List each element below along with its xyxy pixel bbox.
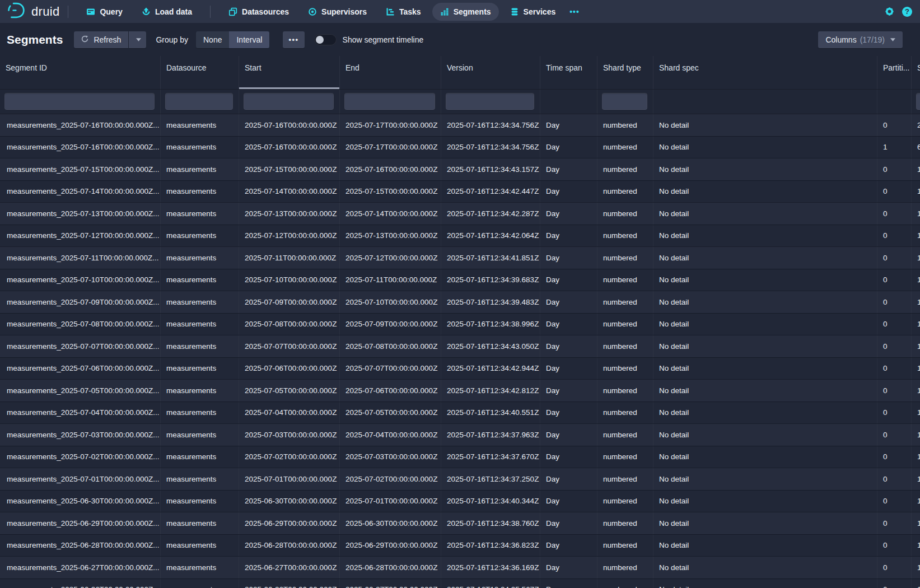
cell-partition[interactable]: 0 (877, 579, 912, 588)
cell-time-span[interactable]: Day (540, 579, 597, 588)
segment-timeline-toggle[interactable] (314, 34, 337, 45)
cell-segment-id[interactable]: measurements_2025-07-16T00:00:00.000Z... (0, 114, 161, 136)
column-header-time-span[interactable]: Time span (540, 56, 597, 89)
cell-shard-type[interactable]: numbered (597, 535, 653, 557)
cell-partition[interactable]: 0 (877, 247, 912, 269)
cell-shard-type[interactable]: numbered (597, 181, 653, 203)
cell-version[interactable]: 2025-07-16T12:34:43.050Z (441, 335, 540, 357)
cell-shard-type[interactable]: numbered (597, 380, 653, 402)
cell-version[interactable]: 2025-07-16T12:34:36.823Z (441, 535, 540, 557)
cell-size[interactable]: 1 (912, 424, 920, 446)
cell-size[interactable]: 6 (912, 137, 920, 158)
cell-version[interactable]: 2025-07-16T12:34:39.483Z (441, 291, 540, 313)
cell-shard-spec[interactable]: No detail (653, 468, 877, 490)
cell-segment-id[interactable]: measurements_2025-07-09T00:00:00.000Z... (0, 291, 161, 313)
cell-start[interactable]: 2025-07-05T00:00:00.000Z (239, 380, 340, 402)
cell-datasource[interactable]: measurements (161, 380, 239, 402)
cell-shard-spec[interactable]: No detail (653, 557, 877, 578)
cell-shard-type[interactable]: numbered (597, 291, 653, 313)
cell-partition[interactable]: 0 (877, 181, 912, 203)
cell-shard-spec[interactable]: No detail (653, 512, 877, 534)
cell-datasource[interactable]: measurements (161, 137, 239, 158)
filter-input-start[interactable] (244, 93, 334, 110)
cell-start[interactable]: 2025-07-16T00:00:00.000Z (239, 114, 340, 136)
cell-shard-type[interactable]: numbered (597, 579, 653, 588)
cell-end[interactable]: 2025-06-30T00:00:00.000Z (340, 512, 441, 534)
cell-partition[interactable]: 0 (877, 114, 912, 136)
cell-segment-id[interactable]: measurements_2025-07-01T00:00:00.000Z... (0, 468, 161, 490)
filter-input-segment-id[interactable] (4, 93, 155, 110)
cell-size[interactable]: 1 (912, 291, 920, 313)
cell-time-span[interactable]: Day (540, 203, 597, 225)
cell-end[interactable]: 2025-07-07T00:00:00.000Z (340, 358, 441, 380)
column-header-version[interactable]: Version (441, 56, 540, 89)
refresh-button[interactable]: Refresh (74, 31, 128, 48)
cell-time-span[interactable]: Day (540, 512, 597, 534)
cell-shard-type[interactable]: numbered (597, 358, 653, 380)
cell-segment-id[interactable]: measurements_2025-07-10T00:00:00.000Z... (0, 269, 161, 291)
nav-item-segments[interactable]: Segments (432, 3, 499, 21)
cell-shard-type[interactable]: numbered (597, 468, 653, 490)
cell-version[interactable]: 2025-07-16T12:34:34.756Z (441, 137, 540, 158)
cell-time-span[interactable]: Day (540, 468, 597, 490)
cell-size[interactable]: 1 (912, 380, 920, 402)
cell-start[interactable]: 2025-07-16T00:00:00.000Z (239, 137, 340, 158)
cell-end[interactable]: 2025-07-09T00:00:00.000Z (340, 314, 441, 335)
cell-shard-spec[interactable]: No detail (653, 158, 877, 180)
cell-segment-id[interactable]: measurements_2025-07-02T00:00:00.000Z... (0, 446, 161, 468)
filter-input-end[interactable] (344, 93, 435, 110)
cell-shard-spec[interactable]: No detail (653, 247, 877, 269)
column-header-datasource[interactable]: Datasource (161, 56, 239, 89)
cell-segment-id[interactable]: measurements_2025-06-28T00:00:00.000Z... (0, 535, 161, 557)
cell-shard-spec[interactable]: No detail (653, 446, 877, 468)
cell-partition[interactable]: 0 (877, 269, 912, 291)
cell-version[interactable]: 2025-07-16T12:34:39.683Z (441, 269, 540, 291)
cell-partition[interactable]: 0 (877, 203, 912, 225)
cell-time-span[interactable]: Day (540, 158, 597, 180)
cell-end[interactable]: 2025-07-05T00:00:00.000Z (340, 402, 441, 424)
cell-shard-type[interactable]: numbered (597, 557, 653, 578)
cell-start[interactable]: 2025-07-14T00:00:00.000Z (239, 181, 340, 203)
cell-segment-id[interactable]: measurements_2025-07-08T00:00:00.000Z... (0, 314, 161, 335)
cell-version[interactable]: 2025-07-16T12:34:42.944Z (441, 358, 540, 380)
cell-partition[interactable]: 0 (877, 380, 912, 402)
nav-item-datasources[interactable]: Datasources (221, 3, 297, 21)
nav-item-services[interactable]: Services (502, 3, 564, 21)
cell-size[interactable]: 1 (912, 358, 920, 380)
cell-time-span[interactable]: Day (540, 557, 597, 578)
cell-segment-id[interactable]: measurements_2025-07-07T00:00:00.000Z... (0, 335, 161, 357)
cell-version[interactable]: 2025-07-16T12:34:41.851Z (441, 247, 540, 269)
cell-time-span[interactable]: Day (540, 335, 597, 357)
cell-datasource[interactable]: measurements (161, 225, 239, 247)
cell-shard-type[interactable]: numbered (597, 247, 653, 269)
cell-segment-id[interactable]: measurements_2025-07-11T00:00:00.000Z... (0, 247, 161, 269)
nav-more-button[interactable]: ••• (569, 7, 580, 16)
cell-shard-spec[interactable]: No detail (653, 269, 877, 291)
column-header-partition[interactable]: Partiti... (877, 56, 912, 89)
cell-size[interactable]: 1 (912, 247, 920, 269)
cell-datasource[interactable]: measurements (161, 314, 239, 335)
cell-end[interactable]: 2025-07-12T00:00:00.000Z (340, 247, 441, 269)
cell-start[interactable]: 2025-06-26T00:00:00.000Z (239, 579, 340, 588)
cell-shard-spec[interactable]: No detail (653, 225, 877, 247)
cell-end[interactable]: 2025-07-10T00:00:00.000Z (340, 291, 441, 313)
cell-start[interactable]: 2025-07-03T00:00:00.000Z (239, 424, 340, 446)
cell-size[interactable]: 1 (912, 269, 920, 291)
cell-end[interactable]: 2025-07-01T00:00:00.000Z (340, 491, 441, 512)
cell-end[interactable]: 2025-07-03T00:00:00.000Z (340, 446, 441, 468)
cell-partition[interactable]: 0 (877, 468, 912, 490)
cell-time-span[interactable]: Day (540, 380, 597, 402)
cell-version[interactable]: 2025-07-16T12:34:37.670Z (441, 446, 540, 468)
filter-input-size[interactable] (916, 93, 920, 110)
cell-start[interactable]: 2025-07-13T00:00:00.000Z (239, 203, 340, 225)
cell-partition[interactable]: 0 (877, 535, 912, 557)
cell-shard-type[interactable]: numbered (597, 158, 653, 180)
cell-datasource[interactable]: measurements (161, 446, 239, 468)
cell-version[interactable]: 2025-07-16T12:34:38.996Z (441, 314, 540, 335)
cell-datasource[interactable]: measurements (161, 557, 239, 578)
cell-partition[interactable]: 0 (877, 314, 912, 335)
cell-size[interactable]: 1 (912, 579, 920, 588)
cell-datasource[interactable]: measurements (161, 291, 239, 313)
cell-shard-type[interactable]: numbered (597, 446, 653, 468)
column-header-end[interactable]: End (340, 56, 441, 89)
